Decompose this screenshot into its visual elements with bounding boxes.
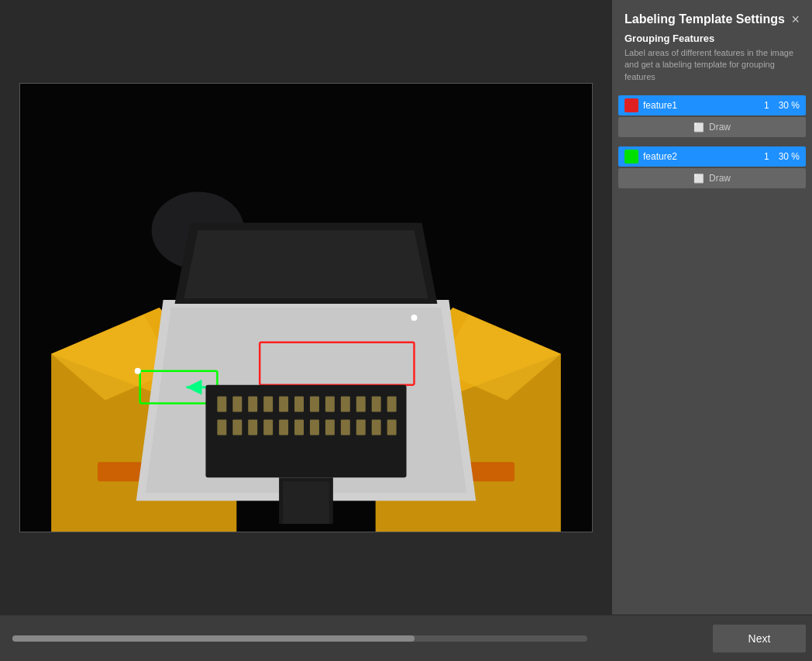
svg-rect-43 <box>372 419 381 435</box>
main-container: Labeling Template Settings × Grouping Fe… <box>0 0 812 615</box>
svg-rect-33 <box>217 419 226 435</box>
panel-title: Labeling Template Settings <box>624 12 785 26</box>
progress-bar-container <box>12 635 587 642</box>
svg-rect-41 <box>341 419 350 435</box>
feature2-row: feature2 1 30 % <box>618 146 806 167</box>
svg-rect-22 <box>232 396 242 411</box>
feature1-name: feature1 <box>643 100 759 111</box>
progress-bar-fill <box>12 635 415 642</box>
bottom-right: Next <box>612 625 812 652</box>
svg-rect-36 <box>263 419 273 435</box>
svg-rect-30 <box>356 396 366 411</box>
svg-rect-23 <box>248 396 257 411</box>
svg-rect-28 <box>325 396 335 411</box>
bottom-left <box>0 635 612 642</box>
svg-rect-29 <box>341 396 350 411</box>
settings-panel: Labeling Template Settings × Grouping Fe… <box>612 0 812 615</box>
svg-marker-13 <box>184 230 428 298</box>
section-desc: Label areas of different features in the… <box>612 47 812 95</box>
svg-point-18 <box>411 314 418 320</box>
feature2-draw-label: Draw <box>709 173 731 184</box>
feature2-color-swatch <box>624 150 638 164</box>
svg-rect-31 <box>372 396 381 411</box>
svg-rect-34 <box>232 419 242 435</box>
svg-rect-35 <box>248 419 257 435</box>
svg-rect-21 <box>217 396 226 411</box>
feature2-name: feature2 <box>643 151 759 162</box>
svg-rect-25 <box>279 396 288 411</box>
close-button[interactable]: × <box>791 12 800 26</box>
svg-rect-24 <box>263 396 273 411</box>
svg-rect-26 <box>294 396 304 411</box>
feature1-count: 1 <box>764 100 769 111</box>
image-canvas <box>19 83 593 532</box>
feature1-percent: 30 % <box>779 100 800 111</box>
feature1-draw-label: Draw <box>709 122 731 133</box>
svg-rect-46 <box>283 481 329 524</box>
feature2-block: feature2 1 30 % ⬜ Draw <box>618 146 806 188</box>
svg-rect-27 <box>310 396 319 411</box>
bottom-area: Next <box>0 615 812 661</box>
panel-header: Labeling Template Settings × <box>612 0 812 33</box>
next-button[interactable]: Next <box>713 625 806 652</box>
svg-rect-38 <box>294 419 304 435</box>
svg-rect-39 <box>310 419 319 435</box>
section-title: Grouping Features <box>612 33 812 47</box>
feature2-percent: 30 % <box>779 151 800 162</box>
feature1-block: feature1 1 30 % ⬜ Draw <box>618 95 806 137</box>
svg-rect-37 <box>279 419 288 435</box>
svg-rect-44 <box>387 419 397 435</box>
image-panel <box>0 0 612 615</box>
feature1-row: feature1 1 30 % <box>618 95 806 115</box>
draw2-icon: ⬜ <box>693 174 704 184</box>
draw1-icon: ⬜ <box>693 122 704 133</box>
feature1-draw-button[interactable]: ⬜ Draw <box>618 117 806 137</box>
connector-image <box>20 84 592 532</box>
feature2-count: 1 <box>764 151 769 162</box>
svg-point-19 <box>135 367 141 374</box>
svg-rect-40 <box>325 419 335 435</box>
feature1-color-swatch <box>624 98 638 112</box>
svg-rect-42 <box>356 419 366 435</box>
feature2-draw-button[interactable]: ⬜ Draw <box>618 168 806 188</box>
svg-rect-32 <box>387 396 397 411</box>
